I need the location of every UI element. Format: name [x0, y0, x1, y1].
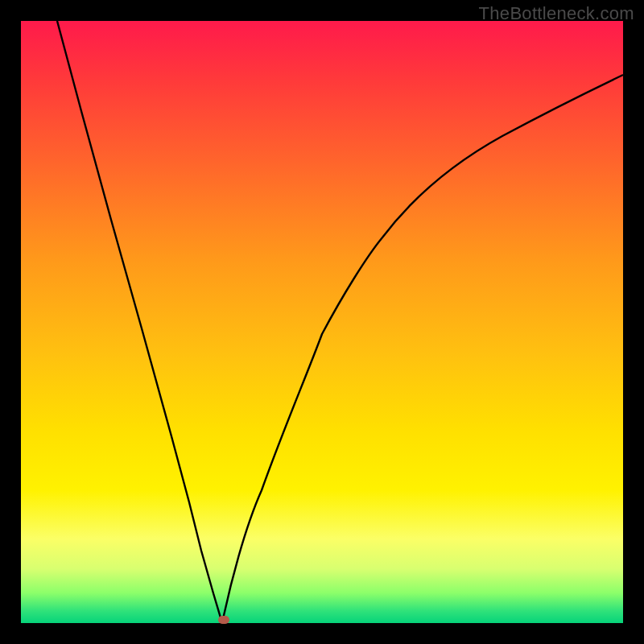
curve-left-branch	[57, 21, 222, 623]
optimal-point-marker	[218, 616, 229, 624]
watermark-text: TheBottleneck.com	[479, 3, 634, 24]
bottleneck-curve	[21, 21, 623, 623]
chart-frame: TheBottleneck.com	[0, 0, 644, 644]
curve-right-branch	[222, 75, 623, 623]
plot-area	[21, 21, 623, 623]
